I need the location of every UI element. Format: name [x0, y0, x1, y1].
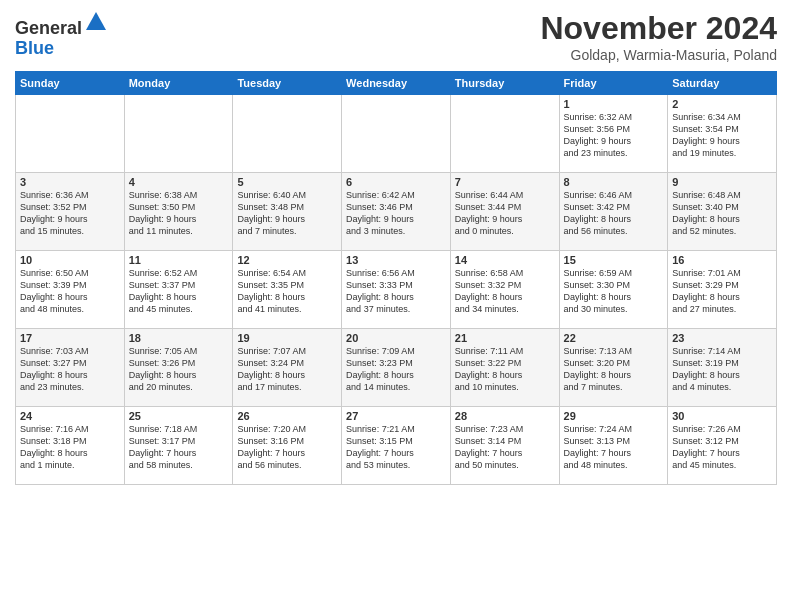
- weekday-header-row: SundayMondayTuesdayWednesdayThursdayFrid…: [16, 72, 777, 95]
- day-info: Sunrise: 6:32 AM Sunset: 3:56 PM Dayligh…: [564, 111, 664, 160]
- day-info: Sunrise: 7:16 AM Sunset: 3:18 PM Dayligh…: [20, 423, 120, 472]
- weekday-header: Wednesday: [342, 72, 451, 95]
- day-number: 6: [346, 176, 446, 188]
- calendar-cell: 20Sunrise: 7:09 AM Sunset: 3:23 PM Dayli…: [342, 329, 451, 407]
- day-info: Sunrise: 6:34 AM Sunset: 3:54 PM Dayligh…: [672, 111, 772, 160]
- calendar-week-row: 3Sunrise: 6:36 AM Sunset: 3:52 PM Daylig…: [16, 173, 777, 251]
- day-number: 4: [129, 176, 229, 188]
- calendar-cell: 11Sunrise: 6:52 AM Sunset: 3:37 PM Dayli…: [124, 251, 233, 329]
- day-number: 14: [455, 254, 555, 266]
- calendar-cell: 12Sunrise: 6:54 AM Sunset: 3:35 PM Dayli…: [233, 251, 342, 329]
- day-info: Sunrise: 7:05 AM Sunset: 3:26 PM Dayligh…: [129, 345, 229, 394]
- calendar-cell: 28Sunrise: 7:23 AM Sunset: 3:14 PM Dayli…: [450, 407, 559, 485]
- day-info: Sunrise: 7:26 AM Sunset: 3:12 PM Dayligh…: [672, 423, 772, 472]
- calendar-cell: 15Sunrise: 6:59 AM Sunset: 3:30 PM Dayli…: [559, 251, 668, 329]
- day-number: 29: [564, 410, 664, 422]
- calendar-cell: 13Sunrise: 6:56 AM Sunset: 3:33 PM Dayli…: [342, 251, 451, 329]
- day-info: Sunrise: 6:40 AM Sunset: 3:48 PM Dayligh…: [237, 189, 337, 238]
- calendar-cell: 29Sunrise: 7:24 AM Sunset: 3:13 PM Dayli…: [559, 407, 668, 485]
- day-number: 26: [237, 410, 337, 422]
- calendar-cell: 4Sunrise: 6:38 AM Sunset: 3:50 PM Daylig…: [124, 173, 233, 251]
- calendar-cell: 1Sunrise: 6:32 AM Sunset: 3:56 PM Daylig…: [559, 95, 668, 173]
- day-info: Sunrise: 6:52 AM Sunset: 3:37 PM Dayligh…: [129, 267, 229, 316]
- day-info: Sunrise: 6:46 AM Sunset: 3:42 PM Dayligh…: [564, 189, 664, 238]
- calendar-week-row: 1Sunrise: 6:32 AM Sunset: 3:56 PM Daylig…: [16, 95, 777, 173]
- day-number: 27: [346, 410, 446, 422]
- calendar-cell: [342, 95, 451, 173]
- calendar-cell: 8Sunrise: 6:46 AM Sunset: 3:42 PM Daylig…: [559, 173, 668, 251]
- day-info: Sunrise: 6:58 AM Sunset: 3:32 PM Dayligh…: [455, 267, 555, 316]
- header: General Blue November 2024 Goldap, Warmi…: [15, 10, 777, 63]
- day-info: Sunrise: 7:20 AM Sunset: 3:16 PM Dayligh…: [237, 423, 337, 472]
- day-number: 5: [237, 176, 337, 188]
- day-number: 23: [672, 332, 772, 344]
- calendar-cell: 7Sunrise: 6:44 AM Sunset: 3:44 PM Daylig…: [450, 173, 559, 251]
- logo-icon: [84, 10, 108, 34]
- calendar-week-row: 24Sunrise: 7:16 AM Sunset: 3:18 PM Dayli…: [16, 407, 777, 485]
- weekday-header: Sunday: [16, 72, 125, 95]
- day-info: Sunrise: 6:56 AM Sunset: 3:33 PM Dayligh…: [346, 267, 446, 316]
- day-info: Sunrise: 7:18 AM Sunset: 3:17 PM Dayligh…: [129, 423, 229, 472]
- day-number: 17: [20, 332, 120, 344]
- calendar-cell: 19Sunrise: 7:07 AM Sunset: 3:24 PM Dayli…: [233, 329, 342, 407]
- day-number: 9: [672, 176, 772, 188]
- svg-marker-0: [86, 12, 106, 30]
- calendar-cell: 24Sunrise: 7:16 AM Sunset: 3:18 PM Dayli…: [16, 407, 125, 485]
- day-info: Sunrise: 6:48 AM Sunset: 3:40 PM Dayligh…: [672, 189, 772, 238]
- title-block: November 2024 Goldap, Warmia-Masuria, Po…: [540, 10, 777, 63]
- calendar-cell: [124, 95, 233, 173]
- calendar-cell: 21Sunrise: 7:11 AM Sunset: 3:22 PM Dayli…: [450, 329, 559, 407]
- day-number: 3: [20, 176, 120, 188]
- day-info: Sunrise: 6:59 AM Sunset: 3:30 PM Dayligh…: [564, 267, 664, 316]
- day-number: 11: [129, 254, 229, 266]
- calendar-cell: [16, 95, 125, 173]
- calendar-cell: 23Sunrise: 7:14 AM Sunset: 3:19 PM Dayli…: [668, 329, 777, 407]
- location: Goldap, Warmia-Masuria, Poland: [540, 47, 777, 63]
- calendar-cell: 30Sunrise: 7:26 AM Sunset: 3:12 PM Dayli…: [668, 407, 777, 485]
- day-info: Sunrise: 6:50 AM Sunset: 3:39 PM Dayligh…: [20, 267, 120, 316]
- day-info: Sunrise: 7:23 AM Sunset: 3:14 PM Dayligh…: [455, 423, 555, 472]
- day-number: 2: [672, 98, 772, 110]
- calendar-cell: 14Sunrise: 6:58 AM Sunset: 3:32 PM Dayli…: [450, 251, 559, 329]
- weekday-header: Saturday: [668, 72, 777, 95]
- day-info: Sunrise: 7:03 AM Sunset: 3:27 PM Dayligh…: [20, 345, 120, 394]
- calendar-cell: 9Sunrise: 6:48 AM Sunset: 3:40 PM Daylig…: [668, 173, 777, 251]
- day-number: 1: [564, 98, 664, 110]
- calendar-page: General Blue November 2024 Goldap, Warmi…: [0, 0, 792, 612]
- day-info: Sunrise: 7:11 AM Sunset: 3:22 PM Dayligh…: [455, 345, 555, 394]
- calendar-cell: 2Sunrise: 6:34 AM Sunset: 3:54 PM Daylig…: [668, 95, 777, 173]
- calendar-cell: 3Sunrise: 6:36 AM Sunset: 3:52 PM Daylig…: [16, 173, 125, 251]
- day-info: Sunrise: 7:14 AM Sunset: 3:19 PM Dayligh…: [672, 345, 772, 394]
- logo-text: General Blue: [15, 10, 108, 59]
- weekday-header: Tuesday: [233, 72, 342, 95]
- day-number: 24: [20, 410, 120, 422]
- day-info: Sunrise: 6:54 AM Sunset: 3:35 PM Dayligh…: [237, 267, 337, 316]
- weekday-header: Thursday: [450, 72, 559, 95]
- month-title: November 2024: [540, 10, 777, 47]
- day-number: 30: [672, 410, 772, 422]
- day-number: 7: [455, 176, 555, 188]
- day-number: 12: [237, 254, 337, 266]
- calendar-cell: 18Sunrise: 7:05 AM Sunset: 3:26 PM Dayli…: [124, 329, 233, 407]
- calendar-cell: [450, 95, 559, 173]
- day-info: Sunrise: 7:07 AM Sunset: 3:24 PM Dayligh…: [237, 345, 337, 394]
- day-info: Sunrise: 7:09 AM Sunset: 3:23 PM Dayligh…: [346, 345, 446, 394]
- day-info: Sunrise: 7:21 AM Sunset: 3:15 PM Dayligh…: [346, 423, 446, 472]
- day-number: 18: [129, 332, 229, 344]
- calendar-cell: 22Sunrise: 7:13 AM Sunset: 3:20 PM Dayli…: [559, 329, 668, 407]
- day-number: 28: [455, 410, 555, 422]
- logo-blue: Blue: [15, 38, 54, 58]
- logo: General Blue: [15, 10, 108, 59]
- calendar-cell: 16Sunrise: 7:01 AM Sunset: 3:29 PM Dayli…: [668, 251, 777, 329]
- day-number: 10: [20, 254, 120, 266]
- day-info: Sunrise: 6:42 AM Sunset: 3:46 PM Dayligh…: [346, 189, 446, 238]
- day-info: Sunrise: 6:38 AM Sunset: 3:50 PM Dayligh…: [129, 189, 229, 238]
- logo-general: General: [15, 18, 82, 38]
- day-info: Sunrise: 7:24 AM Sunset: 3:13 PM Dayligh…: [564, 423, 664, 472]
- weekday-header: Monday: [124, 72, 233, 95]
- day-number: 21: [455, 332, 555, 344]
- calendar-cell: 17Sunrise: 7:03 AM Sunset: 3:27 PM Dayli…: [16, 329, 125, 407]
- calendar-cell: 6Sunrise: 6:42 AM Sunset: 3:46 PM Daylig…: [342, 173, 451, 251]
- day-info: Sunrise: 6:36 AM Sunset: 3:52 PM Dayligh…: [20, 189, 120, 238]
- day-number: 8: [564, 176, 664, 188]
